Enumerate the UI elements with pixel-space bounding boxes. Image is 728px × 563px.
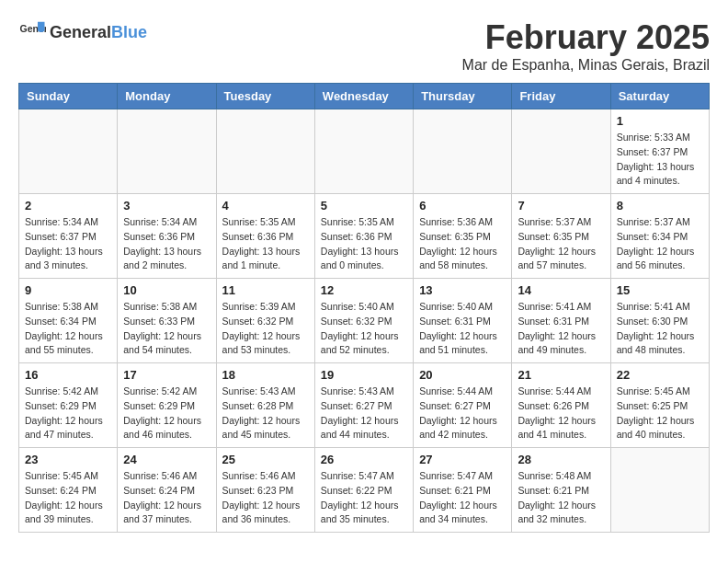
day-number: 27 [419, 453, 506, 466]
day-of-week-header: Friday [512, 84, 610, 109]
calendar-week-row: 16Sunrise: 5:42 AM Sunset: 6:29 PM Dayli… [19, 363, 710, 448]
day-number: 7 [518, 199, 604, 213]
day-info: Sunrise: 5:41 AM Sunset: 6:31 PM Dayligh… [518, 300, 604, 358]
calendar-day-cell: 22Sunrise: 5:45 AM Sunset: 6:25 PM Dayli… [610, 363, 709, 448]
day-info: Sunrise: 5:42 AM Sunset: 6:29 PM Dayligh… [25, 385, 111, 442]
day-info: Sunrise: 5:35 AM Sunset: 6:36 PM Dayligh… [321, 215, 407, 273]
day-number: 11 [222, 283, 309, 297]
day-of-week-header: Sunday [19, 84, 118, 109]
logo-icon: General [18, 18, 46, 46]
calendar-week-row: 9Sunrise: 5:38 AM Sunset: 6:34 PM Daylig… [19, 279, 710, 363]
calendar-header-row: SundayMondayTuesdayWednesdayThursdayFrid… [19, 84, 710, 109]
calendar-body: 1Sunrise: 5:33 AM Sunset: 6:37 PM Daylig… [19, 109, 710, 533]
calendar-day-cell [19, 109, 118, 194]
calendar-day-cell: 9Sunrise: 5:38 AM Sunset: 6:34 PM Daylig… [19, 279, 118, 363]
calendar-day-cell: 10Sunrise: 5:38 AM Sunset: 6:33 PM Dayli… [118, 279, 216, 363]
calendar-day-cell: 26Sunrise: 5:47 AM Sunset: 6:22 PM Dayli… [314, 448, 413, 533]
calendar-day-cell: 13Sunrise: 5:40 AM Sunset: 6:31 PM Dayli… [414, 279, 512, 363]
day-number: 14 [518, 283, 604, 297]
day-info: Sunrise: 5:43 AM Sunset: 6:27 PM Dayligh… [321, 385, 407, 442]
calendar-day-cell: 7Sunrise: 5:37 AM Sunset: 6:35 PM Daylig… [512, 194, 610, 279]
calendar-day-cell: 3Sunrise: 5:34 AM Sunset: 6:36 PM Daylig… [118, 194, 216, 279]
day-number: 5 [321, 199, 407, 213]
calendar-day-cell: 21Sunrise: 5:44 AM Sunset: 6:26 PM Dayli… [512, 363, 610, 448]
calendar-day-cell: 23Sunrise: 5:45 AM Sunset: 6:24 PM Dayli… [19, 448, 118, 533]
day-info: Sunrise: 5:44 AM Sunset: 6:27 PM Dayligh… [419, 385, 506, 442]
day-number: 9 [25, 283, 111, 297]
day-info: Sunrise: 5:45 AM Sunset: 6:25 PM Dayligh… [617, 385, 703, 442]
day-info: Sunrise: 5:36 AM Sunset: 6:35 PM Dayligh… [419, 215, 506, 273]
day-number: 20 [419, 368, 506, 382]
day-info: Sunrise: 5:41 AM Sunset: 6:30 PM Dayligh… [617, 300, 703, 358]
calendar-day-cell [118, 109, 216, 194]
calendar-day-cell [610, 448, 709, 533]
day-number: 16 [25, 368, 111, 382]
month-title: February 2025 [462, 18, 710, 57]
logo-blue-text: Blue [111, 23, 147, 41]
day-info: Sunrise: 5:35 AM Sunset: 6:36 PM Dayligh… [222, 215, 309, 273]
day-info: Sunrise: 5:40 AM Sunset: 6:31 PM Dayligh… [419, 300, 506, 358]
day-number: 6 [419, 199, 506, 213]
day-info: Sunrise: 5:38 AM Sunset: 6:34 PM Dayligh… [25, 300, 111, 358]
day-info: Sunrise: 5:34 AM Sunset: 6:37 PM Dayligh… [25, 215, 111, 273]
location-title: Mar de Espanha, Minas Gerais, Brazil [462, 57, 710, 74]
calendar-day-cell: 14Sunrise: 5:41 AM Sunset: 6:31 PM Dayli… [512, 279, 610, 363]
day-number: 23 [25, 453, 111, 466]
calendar-day-cell [512, 109, 610, 194]
calendar-week-row: 1Sunrise: 5:33 AM Sunset: 6:37 PM Daylig… [19, 109, 710, 194]
day-info: Sunrise: 5:34 AM Sunset: 6:36 PM Dayligh… [123, 215, 210, 273]
calendar-day-cell: 25Sunrise: 5:46 AM Sunset: 6:23 PM Dayli… [216, 448, 314, 533]
calendar-day-cell: 1Sunrise: 5:33 AM Sunset: 6:37 PM Daylig… [610, 109, 709, 194]
day-number: 2 [25, 199, 111, 213]
day-info: Sunrise: 5:47 AM Sunset: 6:22 PM Dayligh… [321, 469, 407, 527]
calendar-week-row: 23Sunrise: 5:45 AM Sunset: 6:24 PM Dayli… [19, 448, 710, 533]
calendar-day-cell: 28Sunrise: 5:48 AM Sunset: 6:21 PM Dayli… [512, 448, 610, 533]
day-number: 28 [518, 453, 604, 466]
calendar-day-cell: 17Sunrise: 5:42 AM Sunset: 6:29 PM Dayli… [118, 363, 216, 448]
day-info: Sunrise: 5:42 AM Sunset: 6:29 PM Dayligh… [123, 385, 210, 442]
calendar-day-cell: 19Sunrise: 5:43 AM Sunset: 6:27 PM Dayli… [314, 363, 413, 448]
day-info: Sunrise: 5:37 AM Sunset: 6:34 PM Dayligh… [617, 215, 703, 273]
day-info: Sunrise: 5:39 AM Sunset: 6:32 PM Dayligh… [222, 300, 309, 358]
day-number: 15 [617, 283, 703, 297]
calendar-day-cell: 16Sunrise: 5:42 AM Sunset: 6:29 PM Dayli… [19, 363, 118, 448]
day-info: Sunrise: 5:33 AM Sunset: 6:37 PM Dayligh… [617, 131, 703, 189]
calendar-day-cell: 5Sunrise: 5:35 AM Sunset: 6:36 PM Daylig… [314, 194, 413, 279]
day-of-week-header: Saturday [610, 84, 709, 109]
day-info: Sunrise: 5:45 AM Sunset: 6:24 PM Dayligh… [25, 469, 111, 527]
day-number: 8 [617, 199, 703, 213]
day-info: Sunrise: 5:38 AM Sunset: 6:33 PM Dayligh… [123, 300, 210, 358]
day-of-week-header: Tuesday [216, 84, 314, 109]
calendar-day-cell [314, 109, 413, 194]
logo-general-text: General [50, 23, 111, 41]
header: General GeneralBlue February 2025 Mar de… [18, 18, 710, 74]
day-of-week-header: Monday [118, 84, 216, 109]
calendar-day-cell: 4Sunrise: 5:35 AM Sunset: 6:36 PM Daylig… [216, 194, 314, 279]
calendar-day-cell: 2Sunrise: 5:34 AM Sunset: 6:37 PM Daylig… [19, 194, 118, 279]
calendar-day-cell: 24Sunrise: 5:46 AM Sunset: 6:24 PM Dayli… [118, 448, 216, 533]
calendar-day-cell: 12Sunrise: 5:40 AM Sunset: 6:32 PM Dayli… [314, 279, 413, 363]
day-info: Sunrise: 5:44 AM Sunset: 6:26 PM Dayligh… [518, 385, 604, 442]
day-number: 13 [419, 283, 506, 297]
day-info: Sunrise: 5:40 AM Sunset: 6:32 PM Dayligh… [321, 300, 407, 358]
day-info: Sunrise: 5:43 AM Sunset: 6:28 PM Dayligh… [222, 385, 309, 442]
day-number: 18 [222, 368, 309, 382]
day-info: Sunrise: 5:47 AM Sunset: 6:21 PM Dayligh… [419, 469, 506, 527]
day-number: 3 [123, 199, 210, 213]
day-number: 4 [222, 199, 309, 213]
day-number: 22 [617, 368, 703, 382]
day-of-week-header: Wednesday [314, 84, 413, 109]
day-of-week-header: Thursday [414, 84, 512, 109]
logo: General GeneralBlue [18, 18, 147, 46]
day-number: 19 [321, 368, 407, 382]
title-area: February 2025 Mar de Espanha, Minas Gera… [462, 18, 710, 74]
day-info: Sunrise: 5:48 AM Sunset: 6:21 PM Dayligh… [518, 469, 604, 527]
day-number: 24 [123, 453, 210, 466]
day-number: 1 [617, 114, 703, 128]
calendar-day-cell: 20Sunrise: 5:44 AM Sunset: 6:27 PM Dayli… [414, 363, 512, 448]
day-number: 17 [123, 368, 210, 382]
day-info: Sunrise: 5:46 AM Sunset: 6:23 PM Dayligh… [222, 469, 309, 527]
calendar-day-cell: 27Sunrise: 5:47 AM Sunset: 6:21 PM Dayli… [414, 448, 512, 533]
calendar-day-cell [216, 109, 314, 194]
day-number: 12 [321, 283, 407, 297]
